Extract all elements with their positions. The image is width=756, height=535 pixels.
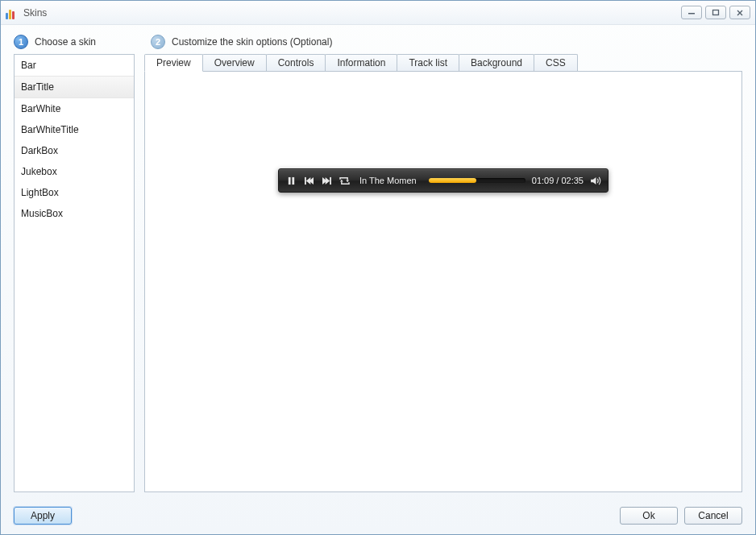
next-track-button[interactable] bbox=[321, 175, 332, 186]
steps-row: 1 Choose a skin 2 Customize the skin opt… bbox=[14, 35, 742, 49]
apply-button[interactable]: Apply bbox=[14, 507, 72, 525]
progress-track[interactable] bbox=[429, 178, 525, 183]
skin-item-bar[interactable]: Bar bbox=[15, 55, 134, 76]
cancel-button[interactable]: Cancel bbox=[684, 507, 742, 525]
window-title: Skins bbox=[23, 7, 681, 19]
skin-item-barwhite[interactable]: BarWhite bbox=[15, 98, 134, 119]
tab-content-preview: In The Momen 01:09 / 02:35 bbox=[144, 71, 742, 492]
tab-overview[interactable]: Overview bbox=[202, 54, 267, 71]
titlebar[interactable]: Skins bbox=[1, 1, 755, 25]
svg-marker-10 bbox=[346, 180, 349, 182]
progress-fill bbox=[429, 178, 476, 183]
skin-item-darkbox[interactable]: DarkBox bbox=[15, 140, 134, 161]
skin-item-musicbox[interactable]: MusicBox bbox=[15, 203, 134, 224]
right-pane: PreviewOverviewControlsInformationTrack … bbox=[144, 54, 742, 492]
tab-track-list[interactable]: Track list bbox=[397, 54, 459, 71]
tab-background[interactable]: Background bbox=[459, 54, 534, 71]
step-one-label: Choose a skin bbox=[35, 36, 96, 48]
step-one-badge: 1 bbox=[14, 35, 28, 49]
svg-rect-4 bbox=[305, 176, 306, 184]
content-area: 1 Choose a skin 2 Customize the skin opt… bbox=[1, 25, 755, 499]
step-two-badge: 2 bbox=[151, 35, 165, 49]
step-one: 1 Choose a skin bbox=[14, 35, 135, 49]
step-two: 2 Customize the skin options (Optional) bbox=[151, 35, 332, 49]
skin-item-lightbox[interactable]: LightBox bbox=[15, 182, 134, 203]
footer: Apply Ok Cancel bbox=[1, 499, 755, 534]
svg-rect-1 bbox=[713, 10, 719, 15]
tab-css[interactable]: CSS bbox=[534, 54, 578, 71]
main-row: BarBarTitleBarWhiteBarWhiteTitleDarkBoxJ… bbox=[14, 54, 742, 492]
svg-marker-8 bbox=[325, 176, 330, 184]
volume-icon[interactable] bbox=[590, 175, 601, 186]
skin-item-barwhitetitle[interactable]: BarWhiteTitle bbox=[15, 119, 134, 140]
svg-marker-11 bbox=[340, 179, 343, 181]
svg-rect-9 bbox=[330, 176, 331, 184]
skin-item-bartitle[interactable]: BarTitle bbox=[15, 76, 134, 98]
tabs: PreviewOverviewControlsInformationTrack … bbox=[144, 54, 742, 71]
player-time: 01:09 / 02:35 bbox=[532, 176, 584, 185]
window-controls bbox=[681, 6, 750, 19]
close-button[interactable] bbox=[729, 6, 750, 19]
tab-information[interactable]: Information bbox=[325, 54, 397, 71]
tab-controls[interactable]: Controls bbox=[266, 54, 326, 71]
pause-button[interactable] bbox=[285, 175, 297, 186]
window-frame: Skins 1 Choose a skin 2 Customize the sk… bbox=[0, 0, 756, 535]
player-bar: In The Momen 01:09 / 02:35 bbox=[278, 168, 609, 193]
maximize-button[interactable] bbox=[705, 6, 726, 19]
ok-button[interactable]: Ok bbox=[620, 507, 678, 525]
skin-item-jukebox[interactable]: Jukebox bbox=[15, 161, 134, 182]
svg-rect-3 bbox=[292, 176, 294, 184]
player-track-title: In The Momen bbox=[359, 176, 422, 185]
svg-rect-2 bbox=[288, 176, 290, 184]
tab-preview[interactable]: Preview bbox=[144, 54, 203, 72]
app-icon bbox=[6, 6, 19, 19]
svg-rect-0 bbox=[688, 13, 695, 15]
repeat-button[interactable] bbox=[339, 175, 350, 186]
step-two-label: Customize the skin options (Optional) bbox=[172, 36, 332, 48]
skin-list[interactable]: BarBarTitleBarWhiteBarWhiteTitleDarkBoxJ… bbox=[14, 54, 135, 492]
minimize-button[interactable] bbox=[681, 6, 702, 19]
previous-track-button[interactable] bbox=[303, 175, 314, 186]
svg-marker-12 bbox=[591, 176, 596, 184]
